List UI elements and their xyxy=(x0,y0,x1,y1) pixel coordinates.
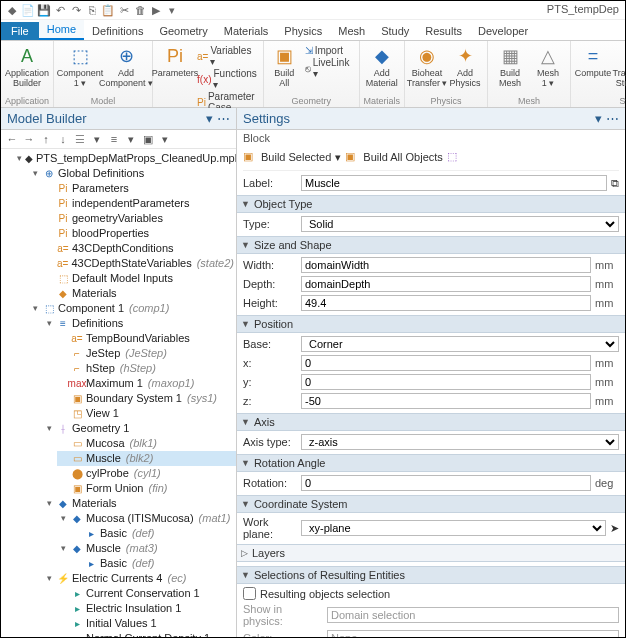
application-builder-button[interactable]: AApplication Builder xyxy=(5,43,49,88)
tree-component[interactable]: ▾⬚Component 1(comp1) xyxy=(29,301,236,316)
section-axis[interactable]: ▼Axis xyxy=(237,413,625,431)
workplane-select[interactable]: xy-plane xyxy=(301,520,606,536)
build-selected-button[interactable]: Build Selected xyxy=(261,151,331,163)
model-tree[interactable]: ▾◆PTS_tempDepMatProps_CleanedUp.mph(root… xyxy=(1,149,236,637)
add-physics-button[interactable]: ✦Add Physics xyxy=(447,43,483,88)
tree-item[interactable]: ▭Muscle(blk2) xyxy=(57,451,236,466)
tree-item[interactable]: ▾◆Muscle(mat3) xyxy=(57,541,236,556)
new-icon[interactable]: 📄 xyxy=(21,3,35,17)
base-select[interactable]: Corner xyxy=(301,336,619,352)
tree-item[interactable]: ▣Form Union(fin) xyxy=(57,481,236,496)
variables-button[interactable]: a=Variables ▾ xyxy=(197,45,257,67)
extra-icon[interactable]: ⬚ xyxy=(447,150,461,164)
collapse-icon[interactable]: ▣ xyxy=(141,132,155,146)
tree-item[interactable]: PiParameters xyxy=(43,181,236,196)
fwd-icon[interactable]: → xyxy=(22,132,36,146)
tree-item[interactable]: PibloodProperties xyxy=(43,226,236,241)
add-component-button[interactable]: ⊕Add Component ▾ xyxy=(104,43,148,88)
functions-button[interactable]: f(x)Functions ▾ xyxy=(197,68,257,90)
component-button[interactable]: ⬚Component 1 ▾ xyxy=(58,43,102,88)
tree-item[interactable]: PigeometryVariables xyxy=(43,211,236,226)
tree-item[interactable]: a=43CDepthStateVariables(state2) xyxy=(43,256,236,271)
tree-item[interactable]: ▣Boundary System 1(sys1) xyxy=(57,391,236,406)
mesh-button[interactable]: △Mesh 1 ▾ xyxy=(530,43,566,88)
tree-item[interactable]: ▾◆Mucosa (ITISMucosa)(mat1) xyxy=(57,511,236,526)
label-input[interactable] xyxy=(301,175,607,191)
width-input[interactable] xyxy=(301,257,591,273)
build-all-button[interactable]: Build All Objects xyxy=(363,151,442,163)
tab-developer[interactable]: Developer xyxy=(470,22,536,40)
tree-root[interactable]: ▾◆PTS_tempDepMatProps_CleanedUp.mph(root… xyxy=(15,151,236,166)
tab-materials[interactable]: Materials xyxy=(216,22,277,40)
paste-icon[interactable]: 📋 xyxy=(101,3,115,17)
section-position[interactable]: ▼Position xyxy=(237,315,625,333)
tree-item[interactable]: maxMaximum 1(maxop1) xyxy=(57,376,236,391)
axistype-select[interactable]: z-axis xyxy=(301,434,619,450)
undo-icon[interactable]: ↶ xyxy=(53,3,67,17)
rotation-input[interactable] xyxy=(301,475,591,491)
tree-electric-currents[interactable]: ▾⚡Electric Currents 4(ec) xyxy=(43,571,236,586)
y-input[interactable] xyxy=(301,374,591,390)
build-all-button[interactable]: ▣Build All xyxy=(268,43,301,88)
transient-button[interactable]: ∿Transient Study ▾ xyxy=(613,43,626,88)
tree-item[interactable]: ⬚Default Model Inputs xyxy=(43,271,236,286)
x-input[interactable] xyxy=(301,355,591,371)
back-icon[interactable]: ← xyxy=(5,132,19,146)
tab-home[interactable]: Home xyxy=(39,20,84,40)
tree-item[interactable]: ⬤cylProbe(cyl1) xyxy=(57,466,236,481)
tab-file[interactable]: File xyxy=(1,22,39,40)
tab-study[interactable]: Study xyxy=(373,22,417,40)
bioheat-button[interactable]: ◉Bioheat Transfer ▾ xyxy=(409,43,445,88)
tree-item[interactable]: ▸Current Conservation 1 xyxy=(57,586,236,601)
section-layers[interactable]: ▷Layers xyxy=(237,544,625,562)
goto-icon[interactable]: ➤ xyxy=(610,522,619,535)
tree-item[interactable]: ▸Basic(def) xyxy=(71,556,236,571)
tree-item[interactable]: PiindependentParameters xyxy=(43,196,236,211)
section-rotation[interactable]: ▼Rotation Angle xyxy=(237,454,625,472)
add-material-button[interactable]: ◆Add Material xyxy=(364,43,400,88)
view-icon[interactable]: ☰ xyxy=(73,132,87,146)
tree-item[interactable]: ▭Mucosa(blk1) xyxy=(57,436,236,451)
section-object-type[interactable]: ▼Object Type xyxy=(237,195,625,213)
tree-global-definitions[interactable]: ▾⊕Global Definitions xyxy=(29,166,236,181)
livelink-button[interactable]: ⎋LiveLink ▾ xyxy=(305,57,353,79)
tree-geometry[interactable]: ▾⟊Geometry 1 xyxy=(43,421,236,436)
tree-item[interactable]: ▸Normal Current Density 1 xyxy=(57,631,236,637)
section-coord[interactable]: ▼Coordinate System xyxy=(237,495,625,513)
import-button[interactable]: ⇲Import xyxy=(305,45,353,56)
section-selections[interactable]: ▼Selections of Resulting Entities xyxy=(237,566,625,584)
panel-menu-icon[interactable]: ▾ ⋯ xyxy=(595,111,619,126)
tree-item[interactable]: ▸Initial Values 1 xyxy=(57,616,236,631)
tree-item[interactable]: ⌐JeStep(JeStep) xyxy=(57,346,236,361)
up-icon[interactable]: ↑ xyxy=(39,132,53,146)
tree-item[interactable]: ◳View 1 xyxy=(57,406,236,421)
filter-icon[interactable]: ≡ xyxy=(107,132,121,146)
tab-geometry[interactable]: Geometry xyxy=(151,22,215,40)
cut-icon[interactable]: ✂ xyxy=(117,3,131,17)
tree-item[interactable]: ▸Basic(def) xyxy=(71,526,236,541)
tree-materials[interactable]: ▾◆Materials xyxy=(43,496,236,511)
tab-physics[interactable]: Physics xyxy=(276,22,330,40)
tab-mesh[interactable]: Mesh xyxy=(330,22,373,40)
run-icon[interactable]: ▶ xyxy=(149,3,163,17)
delete-icon[interactable]: 🗑 xyxy=(133,3,147,17)
section-size[interactable]: ▼Size and Shape xyxy=(237,236,625,254)
panel-menu-icon[interactable]: ▾ ⋯ xyxy=(206,111,230,126)
tree-item[interactable]: ⌐hStep(hStep) xyxy=(57,361,236,376)
tab-results[interactable]: Results xyxy=(417,22,470,40)
resulting-checkbox[interactable] xyxy=(243,587,256,600)
more-icon[interactable]: ▾ xyxy=(165,3,179,17)
redo-icon[interactable]: ↷ xyxy=(69,3,83,17)
tree-item[interactable]: a=43CDepthConditions xyxy=(43,241,236,256)
tree-item[interactable]: ◆Materials xyxy=(43,286,236,301)
height-input[interactable] xyxy=(301,295,591,311)
tree-item[interactable]: ▸Electric Insulation 1 xyxy=(57,601,236,616)
build-mesh-button[interactable]: ▦Build Mesh xyxy=(492,43,528,88)
z-input[interactable] xyxy=(301,393,591,409)
parameters-button[interactable]: PiParameters xyxy=(157,43,193,113)
down-icon[interactable]: ↓ xyxy=(56,132,70,146)
tab-definitions[interactable]: Definitions xyxy=(84,22,151,40)
save-icon[interactable]: 💾 xyxy=(37,3,51,17)
tree-definitions[interactable]: ▾≡Definitions xyxy=(43,316,236,331)
type-select[interactable]: Solid xyxy=(301,216,619,232)
